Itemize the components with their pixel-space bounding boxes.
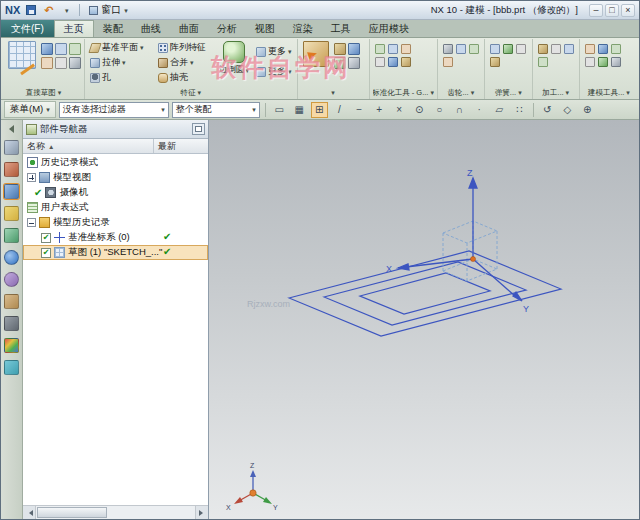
maximize-button[interactable]: □	[605, 4, 619, 17]
minimize-button[interactable]: –	[589, 4, 603, 17]
snap-intersection-icon[interactable]: ×	[391, 102, 408, 118]
shaded-select-icon[interactable]: ▦	[291, 102, 308, 118]
trim-tool-icon[interactable]	[69, 57, 81, 69]
group-label-standard-tools[interactable]: 标准化工具 - G... ▾	[373, 86, 434, 99]
origin-point[interactable]	[471, 257, 476, 262]
offset-face-icon[interactable]	[334, 57, 346, 69]
scroll-right-button[interactable]	[195, 506, 208, 519]
synchronous-modeling-button[interactable]	[301, 40, 331, 68]
more-top-button[interactable]: 更多 ▾	[254, 44, 294, 59]
manage-icon[interactable]	[4, 316, 19, 331]
gear-tool-icon[interactable]	[469, 44, 479, 54]
column-header-name[interactable]: 名称 ▲	[23, 139, 154, 153]
assembly-navigator-icon[interactable]	[4, 140, 19, 155]
circle-tool-icon[interactable]	[41, 57, 53, 69]
spring-tool-icon[interactable]	[490, 57, 500, 67]
snap-tangent-icon[interactable]: ∩	[451, 102, 468, 118]
tab-curve[interactable]: 曲线	[132, 20, 170, 37]
group-label-feature[interactable]: 特征 ▾	[88, 86, 294, 99]
roles-icon[interactable]	[4, 338, 19, 353]
collapse-panel-icon[interactable]	[9, 125, 14, 133]
modeling-tool-icon[interactable]	[585, 44, 595, 54]
machining-tool-icon[interactable]	[551, 44, 561, 54]
tree-row-model-history[interactable]: 模型历史记录	[23, 215, 208, 230]
modeling-tool-icon[interactable]	[598, 57, 608, 67]
tree-row-model-views[interactable]: 模型视图	[23, 170, 208, 185]
scrollbar-thumb[interactable]	[37, 507, 107, 518]
snap-center-icon[interactable]: ⊙	[411, 102, 428, 118]
datum-plane-button[interactable]: 基准平面 ▾	[88, 40, 154, 55]
snap-enable-icon[interactable]: ⊞	[311, 102, 328, 118]
snap-point-on-face-icon[interactable]: ▱	[491, 102, 508, 118]
tree-row-camera[interactable]: ✔ 摄像机	[23, 185, 208, 200]
group-label-synchronous[interactable]: ▾	[301, 86, 366, 99]
tab-surface[interactable]: 曲面	[170, 20, 208, 37]
delete-face-icon[interactable]	[348, 57, 360, 69]
constraint-navigator-icon[interactable]	[4, 162, 19, 177]
undock-panel-button[interactable]	[192, 123, 205, 135]
selection-scope-dropdown[interactable]: 整个装配 ▾	[172, 102, 260, 118]
modeling-tool-icon[interactable]	[611, 57, 621, 67]
more-bottom-button[interactable]: 更多 ▾	[254, 64, 294, 79]
web-browser-icon[interactable]	[4, 250, 19, 265]
snap-diamond-icon[interactable]: ◇	[559, 102, 576, 118]
save-button[interactable]	[23, 3, 38, 18]
snap-grid-point-icon[interactable]: ∷	[511, 102, 528, 118]
tab-tools[interactable]: 工具	[322, 20, 360, 37]
system-scene-icon[interactable]	[4, 360, 19, 375]
snap-point-on-curve-icon[interactable]: ·	[471, 102, 488, 118]
snap-endpoint-icon[interactable]: /	[331, 102, 348, 118]
dimension-tool-icon[interactable]	[55, 57, 67, 69]
machining-tool-icon[interactable]	[564, 44, 574, 54]
spring-tool-icon[interactable]	[516, 44, 526, 54]
sketch-wireframe[interactable]	[289, 251, 561, 336]
machining-tool-icon[interactable]	[538, 57, 548, 67]
collapse-ic[interactable]	[27, 218, 36, 227]
group-label-spring[interactable]: 弹簧... ▾	[488, 86, 528, 99]
group-label-gear[interactable]: 齿轮... ▾	[441, 86, 481, 99]
navigator-horizontal-scrollbar[interactable]	[23, 505, 208, 519]
shell-button[interactable]: 抽壳	[156, 70, 214, 85]
modeling-tool-icon[interactable]	[585, 57, 595, 67]
tab-analysis[interactable]: 分析	[208, 20, 246, 37]
arc-tool-icon[interactable]	[69, 43, 81, 55]
spring-tool-icon[interactable]	[490, 44, 500, 54]
modeling-tool-icon[interactable]	[598, 44, 608, 54]
undo-button[interactable]: ↶	[41, 3, 56, 18]
menu-button[interactable]: 菜单(M) ▾	[4, 101, 56, 118]
gc-tool-icon[interactable]	[401, 44, 411, 54]
selection-filter-dropdown[interactable]: 没有选择过滤器 ▾	[59, 102, 169, 118]
hd3d-tools-icon[interactable]	[4, 228, 19, 243]
datum-axes[interactable]	[398, 178, 522, 301]
machining-tool-icon[interactable]	[538, 44, 548, 54]
gc-tool-icon[interactable]	[388, 44, 398, 54]
gear-tool-icon[interactable]	[456, 44, 466, 54]
quick-access-dropdown-button[interactable]: ▾	[59, 3, 74, 18]
move-face-icon[interactable]	[334, 43, 346, 55]
checkbox[interactable]: ✔	[41, 233, 51, 243]
gc-tool-icon[interactable]	[388, 57, 398, 67]
gear-tool-icon[interactable]	[443, 44, 453, 54]
checkbox[interactable]: ✔	[41, 248, 51, 258]
group-label-modeling-tools[interactable]: 建模工具... ▾	[583, 86, 635, 99]
gc-tool-icon[interactable]	[375, 44, 385, 54]
tab-home[interactable]: 主页	[54, 20, 94, 37]
line-tool-icon[interactable]	[55, 43, 67, 55]
gc-tool-icon[interactable]	[401, 57, 411, 67]
sketch-button[interactable]	[6, 40, 38, 70]
hole-button[interactable]: 孔	[88, 70, 154, 85]
viewport-3d[interactable]: X Y Z Rjzxw.com Z X Y	[209, 120, 639, 519]
snap-midpoint-icon[interactable]: −	[351, 102, 368, 118]
tree-row-user-expressions[interactable]: 用户表达式	[23, 200, 208, 215]
close-button[interactable]: ×	[621, 4, 635, 17]
scroll-left-button[interactable]	[23, 506, 36, 519]
snap-plus-circle-icon[interactable]: ⊕	[579, 102, 596, 118]
spring-tool-icon[interactable]	[503, 44, 513, 54]
tab-assemblies[interactable]: 装配	[94, 20, 132, 37]
rectangle-select-icon[interactable]: ▭	[271, 102, 288, 118]
replace-face-icon[interactable]	[348, 43, 360, 55]
gear-tool-icon[interactable]	[443, 57, 453, 67]
modeling-tool-icon[interactable]	[611, 44, 621, 54]
process-studio-icon[interactable]	[4, 294, 19, 309]
group-label-direct-sketch[interactable]: 直接草图 ▾	[6, 86, 81, 99]
